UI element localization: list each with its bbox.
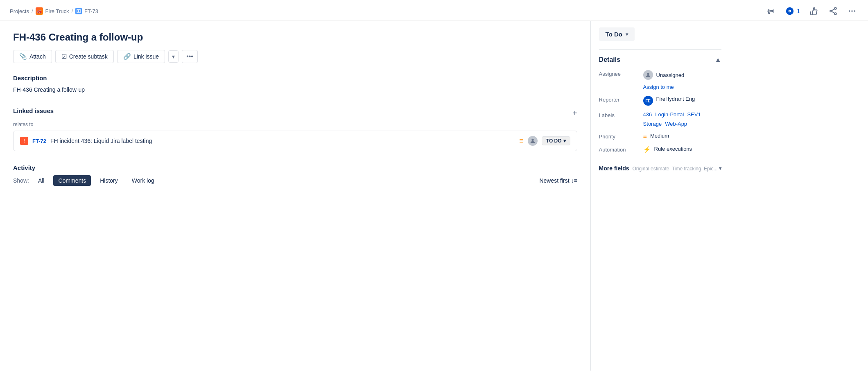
automation-icon: ⚡ <box>643 146 651 153</box>
assign-to-me-link[interactable]: Assign to me <box>643 84 674 90</box>
svg-point-9 <box>851 10 853 12</box>
show-worklog-button[interactable]: Work log <box>127 175 159 186</box>
reporter-avatar: FE <box>643 96 653 106</box>
priority-label: Priority <box>599 133 640 140</box>
assignee-value-container: Unassigned Assign to me <box>643 70 721 90</box>
share-button[interactable] <box>827 5 839 17</box>
create-subtask-button[interactable]: ☑ Create subtask <box>55 50 114 63</box>
project-link[interactable]: Fire Truck <box>45 8 69 14</box>
linked-issues-section: Linked issues + relates to ! FT-72 FH in… <box>13 107 577 151</box>
newest-first-label: Newest first <box>539 177 569 184</box>
status-chevron-icon: ▾ <box>626 32 628 37</box>
more-fields-header[interactable]: More fields Original estimate, Time trac… <box>599 165 721 172</box>
top-bar: Projects / 🚒 Fire Truck / FT-73 <box>0 0 868 21</box>
breadcrumb: Projects / 🚒 Fire Truck / FT-73 <box>10 7 98 15</box>
linked-issues-title: Linked issues <box>13 107 54 114</box>
label-chip-436[interactable]: 436 <box>643 111 652 118</box>
activity-section: Activity Show: All Comments History Work… <box>13 164 577 186</box>
svg-point-12 <box>647 73 649 75</box>
priority-row: Priority ≡ Medium <box>599 133 721 140</box>
projects-link[interactable]: Projects <box>10 8 29 14</box>
labels-row: Labels 436 Login-Portal SEV1 Storage Web… <box>599 111 721 127</box>
linked-issue-status-label: TO DO <box>546 138 562 144</box>
left-panel: FH-436 Creating a follow-up 📎 Attach ☑ C… <box>0 21 590 371</box>
more-actions-button[interactable]: ••• <box>182 50 198 63</box>
create-subtask-label: Create subtask <box>69 53 108 60</box>
linked-issue-type-icon: ! <box>20 137 28 145</box>
attach-label: Attach <box>29 53 46 60</box>
more-options-button[interactable] <box>846 5 858 17</box>
more-fields-chevron-icon: ▾ <box>719 165 721 171</box>
svg-point-2 <box>789 11 791 12</box>
right-panel: To Do ▾ Details ▲ Assignee Unassigned <box>590 21 730 371</box>
breadcrumb-sep-2: / <box>71 8 73 14</box>
labels-value-container: 436 Login-Portal SEV1 Storage Web-App <box>643 111 721 127</box>
relates-to-label: relates to <box>13 122 577 127</box>
issue-key-link[interactable]: FT-73 <box>84 8 98 14</box>
linked-issue-priority-icon: ≡ <box>519 137 524 145</box>
newest-first-button[interactable]: Newest first ↓≡ <box>539 177 577 184</box>
link-icon: 🔗 <box>123 53 131 60</box>
watch-count: 1 <box>797 8 800 14</box>
svg-point-5 <box>834 13 836 15</box>
details-header: Details ▲ <box>599 49 721 63</box>
main-layout: FH-436 Creating a follow-up 📎 Attach ☑ C… <box>0 21 868 371</box>
more-fields-section: More fields Original estimate, Time trac… <box>599 159 721 172</box>
details-collapse-button[interactable]: ▲ <box>715 56 721 63</box>
like-button[interactable] <box>808 5 821 17</box>
issue-title: FH-436 Creating a follow-up <box>13 31 577 43</box>
top-actions: 1 <box>765 5 858 17</box>
project-icon: 🚒 <box>36 7 43 15</box>
linked-header: Linked issues + <box>13 107 577 118</box>
activity-title: Activity <box>13 164 577 171</box>
show-bar: Show: All Comments History Work log Newe… <box>13 175 577 186</box>
watch-button[interactable]: 1 <box>784 5 802 17</box>
linked-issue-key[interactable]: FT-72 <box>32 138 46 144</box>
action-bar: 📎 Attach ☑ Create subtask 🔗 Link issue ▾… <box>13 50 577 63</box>
automation-label: Automation <box>599 146 640 153</box>
automation-value-container: ⚡ Rule executions <box>643 146 721 153</box>
more-fields-label: More fields <box>599 165 629 172</box>
show-comments-button[interactable]: Comments <box>53 175 91 186</box>
assignee-label: Assignee <box>599 70 640 77</box>
labels-label: Labels <box>599 111 640 118</box>
add-link-button[interactable]: + <box>572 109 577 117</box>
svg-point-10 <box>854 10 856 12</box>
status-label: To Do <box>606 31 622 38</box>
announce-button[interactable] <box>765 5 777 17</box>
reporter-value-container: FE FireHydrant Eng <box>643 96 721 106</box>
svg-line-7 <box>832 11 835 13</box>
label-chip-webapp[interactable]: Web-App <box>665 121 687 127</box>
issue-type-icon <box>75 8 82 14</box>
link-issue-label: Link issue <box>133 53 159 60</box>
status-button[interactable]: To Do ▾ <box>599 27 635 41</box>
action-dropdown-button[interactable]: ▾ <box>168 50 179 63</box>
more-fields-hint: Original estimate, Time tracking, Epic..… <box>632 166 717 172</box>
svg-point-8 <box>849 10 850 12</box>
automation-value: Rule executions <box>654 146 692 152</box>
show-all-button[interactable]: All <box>33 175 50 186</box>
reporter-name: FireHydrant Eng <box>656 96 695 102</box>
label-chip-login-portal[interactable]: Login-Portal <box>655 111 684 118</box>
svg-point-4 <box>830 10 832 12</box>
linked-issue-card: ! FT-72 FH incident 436: Liquid Jira lab… <box>13 131 577 151</box>
label-chip-storage[interactable]: Storage <box>643 121 662 127</box>
attach-icon: 📎 <box>19 53 27 60</box>
linked-issue-status-chevron: ▾ <box>563 138 566 144</box>
linked-issue-status-button[interactable]: TO DO ▾ <box>542 136 570 145</box>
priority-value-container: ≡ Medium <box>643 133 721 140</box>
reporter-label: Reporter <box>599 96 640 103</box>
priority-value: Medium <box>650 133 669 139</box>
subtask-icon: ☑ <box>61 53 67 60</box>
assignee-name: Unassigned <box>656 72 685 78</box>
description-text: FH-436 Creating a follow-up <box>13 86 577 94</box>
priority-icon: ≡ <box>643 133 647 140</box>
sort-icon: ↓≡ <box>571 177 577 184</box>
link-issue-button[interactable]: 🔗 Link issue <box>117 50 165 63</box>
svg-point-3 <box>834 7 836 9</box>
label-chip-sev1[interactable]: SEV1 <box>687 111 701 118</box>
svg-point-11 <box>531 139 533 141</box>
attach-button[interactable]: 📎 Attach <box>13 50 52 63</box>
show-history-button[interactable]: History <box>95 175 123 186</box>
details-title: Details <box>599 56 620 63</box>
